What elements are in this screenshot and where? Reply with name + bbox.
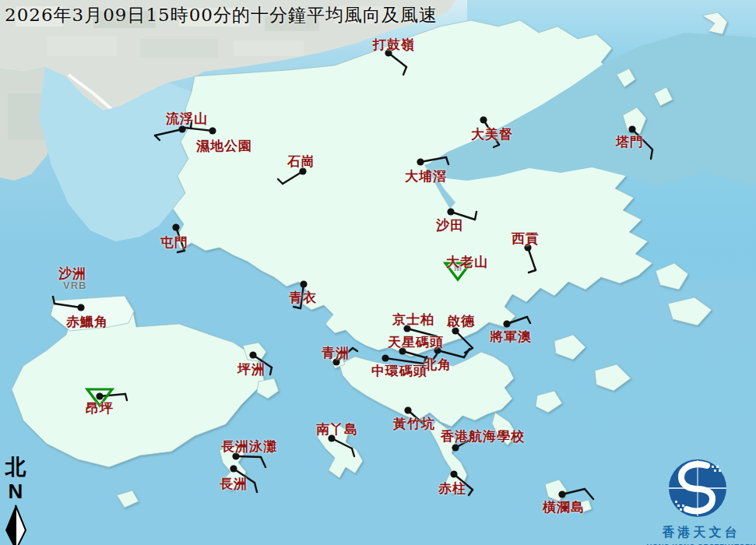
station-label-sai-kung: 西貢 <box>512 230 540 248</box>
station-label-peng-chau: 坪洲 <box>237 360 265 378</box>
compass-needle-icon <box>2 504 29 545</box>
station-label-chek-lap-kok: 赤鱲角 <box>66 313 108 331</box>
hko-logo-icon <box>646 456 756 520</box>
station-labels-layer: 打鼓嶺流浮山濕地公園石崗大埔滘大美督塔門沙田西貢大老山屯門沙洲VRB赤鱲角青衣青… <box>0 0 756 545</box>
hko-logo: 香港天文台 HONG KONG OBSERVATORY <box>646 456 756 545</box>
station-label-tseung-kwan-o: 將軍澳 <box>490 328 532 346</box>
station-label-kai-tak: 啟德 <box>447 312 475 330</box>
station-label-cheung-chau-beach: 長洲泳灘 <box>221 438 277 455</box>
station-label-ta-kwu-ling: 打鼓嶺 <box>373 36 415 54</box>
station-label-lamma-island: 南丫島 <box>316 420 358 438</box>
station-label-green-island: 青洲 <box>322 344 350 362</box>
map-title: 2026年3月09日15時00分的十分鐘平均風向及風速 <box>5 3 438 27</box>
hko-name-en: HONG KONG OBSERVATORY <box>646 542 756 545</box>
station-label-stanley: 赤柱 <box>438 480 466 498</box>
hko-name-cn: 香港天文台 <box>646 525 756 541</box>
station-label-north-point: 北角 <box>424 356 452 374</box>
station-label-cheung-chau: 長洲 <box>220 475 248 493</box>
station-label-ngong-ping: 昂坪 <box>86 399 114 417</box>
station-label-tsing-yi: 青衣 <box>289 289 317 307</box>
station-sublabel-sha-chau: VRB <box>63 280 86 291</box>
station-label-central-pier: 中環碼頭 <box>371 362 427 380</box>
station-label-lau-fau-shan: 流浮山 <box>166 110 208 128</box>
station-label-tai-po-kau: 大埔滘 <box>405 167 447 185</box>
station-label-kings-park: 京士柏 <box>392 311 434 329</box>
station-label-wong-chuk-hang: 黃竹坑 <box>393 415 435 433</box>
station-label-tap-mun: 塔門 <box>616 133 644 151</box>
north-compass: 北 N <box>2 453 30 545</box>
station-label-hk-sea-school: 香港航海學校 <box>441 427 525 445</box>
station-label-tates-cairn: 大老山 <box>446 253 488 271</box>
station-label-star-ferry-pier: 天星碼頭 <box>388 333 444 351</box>
station-label-wetland-park: 濕地公園 <box>196 137 252 155</box>
compass-north-cn: 北 <box>2 453 30 481</box>
station-label-sha-tin: 沙田 <box>436 216 464 234</box>
compass-north-letter: N <box>2 480 30 504</box>
station-label-tai-mei-tuk: 大美督 <box>471 125 513 143</box>
wind-map: M 打鼓嶺流浮山濕地公園石崗大埔滘大美督塔門沙田西貢大老山屯門沙洲VRB赤鱲角青… <box>0 0 756 545</box>
station-label-tuen-mun: 屯門 <box>160 234 188 251</box>
station-label-shek-kong: 石崗 <box>287 153 315 171</box>
station-label-waglan-island: 橫瀾島 <box>543 498 585 516</box>
